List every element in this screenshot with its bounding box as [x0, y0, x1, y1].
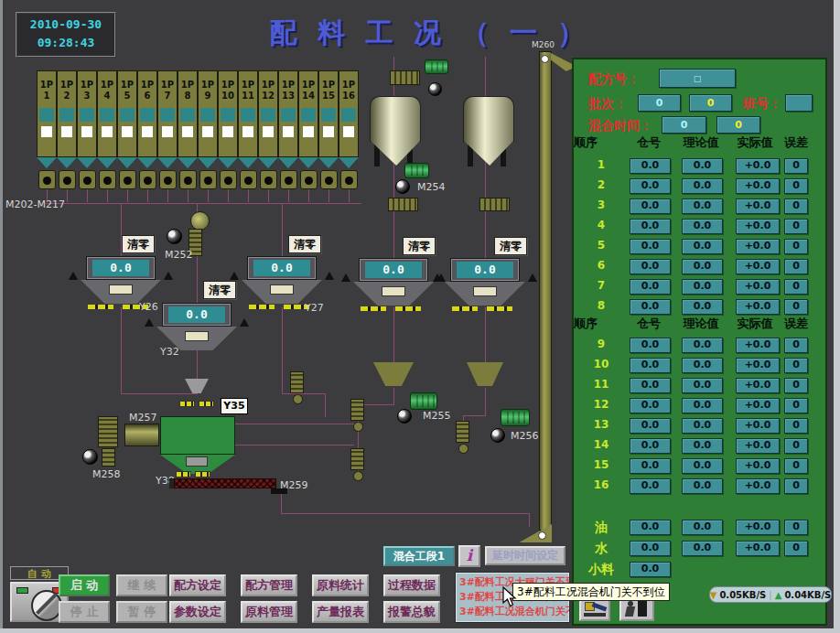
- stop-button[interactable]: 停 止: [59, 601, 110, 623]
- mix-section-button[interactable]: 混合工段1: [383, 546, 455, 566]
- table-row: 1 0.0 0.0 +0.0 0: [574, 156, 829, 177]
- bin-feeder-valve-icon[interactable]: [280, 170, 297, 189]
- scale-label: Y32: [160, 346, 179, 358]
- weight-indicator: 0.0: [86, 256, 156, 280]
- batch-done-display[interactable]: 0: [689, 94, 732, 112]
- clear-button[interactable]: 清零: [122, 235, 155, 253]
- pause-button[interactable]: 暂 停: [116, 601, 167, 623]
- slide-gate: [199, 401, 214, 407]
- column-header: 理论值: [677, 134, 725, 151]
- bin-body: 1P 13: [278, 70, 298, 157]
- menu-button[interactable]: 参数设定: [169, 601, 226, 623]
- frame-left: [0, 0, 3, 633]
- bin-number: 6: [138, 91, 156, 102]
- bin-feeder-valve-icon[interactable]: [79, 170, 96, 189]
- bin-feeder-valve-icon[interactable]: [38, 170, 56, 189]
- bin-number: 2: [583, 178, 619, 194]
- table-row: 4 0.0 0.0 +0.0 0: [574, 217, 829, 237]
- menu-button[interactable]: 原料统计: [312, 574, 369, 596]
- mixtime-actual-display[interactable]: 0: [716, 116, 760, 134]
- actual-value: 0.0: [682, 219, 723, 234]
- storage-bin: 1P 5: [117, 70, 137, 202]
- hopper-gate: [109, 284, 133, 295]
- bin-prefix: 1P: [178, 80, 197, 91]
- shift-input[interactable]: [785, 94, 813, 112]
- bin-funnel: [298, 157, 318, 168]
- menu-button[interactable]: 配方设定: [169, 574, 226, 596]
- bin-status-box: [102, 126, 113, 137]
- bin-body: 1P 12: [258, 70, 278, 157]
- bin-level-indicator: [80, 108, 94, 122]
- shift-label: 班号：: [743, 96, 781, 113]
- pipe-line: [282, 393, 326, 394]
- clear-button[interactable]: 清零: [203, 281, 236, 299]
- clear-button[interactable]: 清零: [288, 235, 321, 253]
- pipe-line: [107, 189, 108, 202]
- bin-feeder-valve-icon[interactable]: [320, 170, 338, 189]
- column-header: 实际值: [734, 316, 776, 332]
- bin-table-9-16: 9 0.0 0.0 +0.0 0 10 0.0 0.0 +0.0 0 11 0.: [574, 336, 829, 497]
- bin-feeder-valve-icon[interactable]: [220, 170, 237, 189]
- download-rate: 0.05KB/S: [719, 590, 766, 600]
- valve-dot: [63, 177, 71, 185]
- start-button[interactable]: 启 动: [59, 574, 110, 596]
- bin-feeder-valve-icon[interactable]: [139, 170, 156, 189]
- bin-body: 1P 8: [178, 70, 198, 157]
- support-mount: [528, 274, 537, 282]
- bin-feeder-valve-icon[interactable]: [260, 170, 277, 189]
- bin-level-indicator: [241, 108, 255, 122]
- scale-label: Y26: [139, 301, 158, 313]
- bin-feeder-valve-icon[interactable]: [99, 170, 116, 189]
- menu-button[interactable]: 产量报表: [312, 601, 369, 623]
- valve-icon: [490, 428, 505, 443]
- batch-count-input[interactable]: 0: [638, 94, 681, 112]
- theoretical-value: 0.0: [630, 520, 671, 535]
- upload-rate: 0.04KB/S: [784, 590, 831, 600]
- bin-funnel: [339, 157, 359, 168]
- bin-number: 1: [38, 91, 56, 102]
- batch-label: 批次：: [588, 96, 627, 113]
- bin-funnel: [218, 157, 238, 168]
- theoretical-value: 0.0: [630, 158, 671, 174]
- bin-feeder-valve-icon[interactable]: [199, 170, 217, 189]
- selector-knob[interactable]: [31, 590, 62, 621]
- menu-button[interactable]: 报警总貌: [383, 601, 440, 623]
- info-icon[interactable]: i: [458, 545, 480, 567]
- support-mount: [433, 274, 442, 282]
- mixtime-set-input[interactable]: 0: [662, 116, 706, 134]
- bin-funnel: [258, 157, 278, 168]
- device-label-m255: M255: [423, 410, 451, 422]
- rotary-valve-icon: [458, 444, 468, 454]
- bin-feeder-valve-icon[interactable]: [119, 170, 136, 189]
- bin-feeder-valve-icon[interactable]: [179, 170, 197, 189]
- menu-row-2: 参数设定原料管理产量报表报警总貌: [169, 601, 440, 623]
- bin-number: 5: [118, 91, 136, 102]
- recipe-input[interactable]: □: [659, 69, 736, 88]
- mixer-inlet-funnel: [185, 379, 209, 393]
- bin-number: 14: [299, 91, 318, 102]
- delay-time-button[interactable]: 延时时间设定: [485, 546, 565, 565]
- valve-dot: [43, 177, 51, 185]
- bin-feeder-valve-icon[interactable]: [59, 170, 76, 189]
- sequence-value: 0: [784, 338, 808, 353]
- clear-button[interactable]: 清零: [494, 237, 527, 255]
- clear-button[interactable]: 清零: [403, 237, 436, 255]
- mixer-gate: [186, 456, 208, 467]
- bin-feeder-valve-icon[interactable]: [300, 170, 318, 189]
- bin-body: 1P 15: [318, 70, 339, 157]
- continue-button[interactable]: 继 续: [116, 574, 167, 596]
- bin-prefix: 1P: [339, 80, 358, 91]
- pipe-line: [67, 189, 68, 202]
- bin-feeder-valve-icon[interactable]: [340, 170, 358, 189]
- bin-number: 1: [583, 158, 619, 174]
- storage-bin: 1P 9: [198, 70, 218, 202]
- bin-feeder-valve-icon[interactable]: [159, 170, 177, 189]
- menu-button[interactable]: 配方管理: [241, 574, 297, 596]
- theoretical-value: 0.0: [630, 478, 671, 494]
- menu-button[interactable]: 原料管理: [241, 601, 297, 623]
- menu-button[interactable]: 过程数据: [383, 574, 440, 596]
- bin-feeder-valve-icon[interactable]: [240, 170, 257, 189]
- bin-status-box: [41, 126, 52, 137]
- actual-value: 0.0: [682, 158, 723, 174]
- bin-number: 13: [279, 91, 297, 102]
